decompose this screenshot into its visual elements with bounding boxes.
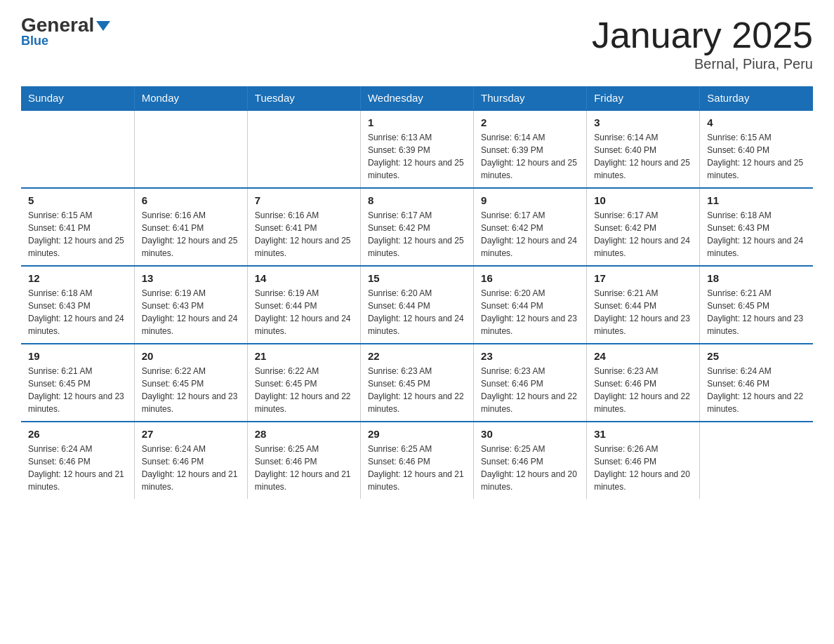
calendar-cell [134, 110, 247, 188]
day-info: Sunrise: 6:16 AM Sunset: 6:41 PM Dayligh… [255, 209, 353, 260]
day-number: 29 [368, 428, 466, 440]
calendar-cell: 17Sunrise: 6:21 AM Sunset: 6:44 PM Dayli… [587, 266, 700, 344]
calendar-header-row: SundayMondayTuesdayWednesdayThursdayFrid… [21, 86, 813, 110]
day-info: Sunrise: 6:13 AM Sunset: 6:39 PM Dayligh… [368, 131, 466, 182]
location-subtitle: Bernal, Piura, Peru [592, 56, 813, 72]
day-number: 19 [28, 350, 127, 362]
day-info: Sunrise: 6:17 AM Sunset: 6:42 PM Dayligh… [368, 209, 466, 260]
day-info: Sunrise: 6:25 AM Sunset: 6:46 PM Dayligh… [255, 443, 353, 493]
day-info: Sunrise: 6:20 AM Sunset: 6:44 PM Dayligh… [368, 287, 466, 337]
day-info: Sunrise: 6:17 AM Sunset: 6:42 PM Dayligh… [594, 209, 692, 260]
calendar-cell: 28Sunrise: 6:25 AM Sunset: 6:46 PM Dayli… [247, 422, 360, 499]
calendar-cell: 5Sunrise: 6:15 AM Sunset: 6:41 PM Daylig… [21, 188, 134, 266]
calendar-cell: 31Sunrise: 6:26 AM Sunset: 6:46 PM Dayli… [587, 422, 700, 499]
day-info: Sunrise: 6:21 AM Sunset: 6:45 PM Dayligh… [28, 365, 127, 415]
calendar-cell: 1Sunrise: 6:13 AM Sunset: 6:39 PM Daylig… [360, 110, 473, 188]
calendar-week-1: 5Sunrise: 6:15 AM Sunset: 6:41 PM Daylig… [21, 188, 813, 266]
day-info: Sunrise: 6:16 AM Sunset: 6:41 PM Dayligh… [142, 209, 240, 260]
calendar-cell: 30Sunrise: 6:25 AM Sunset: 6:46 PM Dayli… [474, 422, 587, 499]
calendar-cell [21, 110, 134, 188]
header-sunday: Sunday [21, 86, 134, 110]
month-title: January 2025 [592, 14, 813, 56]
calendar-cell: 21Sunrise: 6:22 AM Sunset: 6:45 PM Dayli… [247, 344, 360, 422]
day-number: 17 [594, 272, 692, 284]
title-area: January 2025 Bernal, Piura, Peru [592, 14, 813, 72]
calendar-cell: 10Sunrise: 6:17 AM Sunset: 6:42 PM Dayli… [587, 188, 700, 266]
calendar-week-4: 26Sunrise: 6:24 AM Sunset: 6:46 PM Dayli… [21, 422, 813, 499]
header-saturday: Saturday [700, 86, 813, 110]
header-thursday: Thursday [474, 86, 587, 110]
calendar-cell: 22Sunrise: 6:23 AM Sunset: 6:45 PM Dayli… [360, 344, 473, 422]
calendar-cell: 18Sunrise: 6:21 AM Sunset: 6:45 PM Dayli… [700, 266, 813, 344]
day-info: Sunrise: 6:14 AM Sunset: 6:39 PM Dayligh… [481, 131, 579, 182]
day-info: Sunrise: 6:24 AM Sunset: 6:46 PM Dayligh… [707, 365, 806, 415]
day-info: Sunrise: 6:17 AM Sunset: 6:42 PM Dayligh… [481, 209, 579, 260]
calendar-cell: 3Sunrise: 6:14 AM Sunset: 6:40 PM Daylig… [587, 110, 700, 188]
day-number: 31 [594, 428, 692, 440]
day-number: 22 [368, 350, 466, 362]
logo-blue-text: Blue [21, 34, 48, 48]
day-number: 28 [255, 428, 353, 440]
day-info: Sunrise: 6:18 AM Sunset: 6:43 PM Dayligh… [707, 209, 806, 260]
day-info: Sunrise: 6:19 AM Sunset: 6:44 PM Dayligh… [255, 287, 353, 337]
calendar-cell [247, 110, 360, 188]
day-number: 26 [28, 428, 127, 440]
day-number: 13 [142, 272, 240, 284]
calendar-cell: 14Sunrise: 6:19 AM Sunset: 6:44 PM Dayli… [247, 266, 360, 344]
calendar-cell [700, 422, 813, 499]
day-info: Sunrise: 6:26 AM Sunset: 6:46 PM Dayligh… [594, 443, 692, 493]
calendar-cell: 15Sunrise: 6:20 AM Sunset: 6:44 PM Dayli… [360, 266, 473, 344]
day-info: Sunrise: 6:23 AM Sunset: 6:46 PM Dayligh… [594, 365, 692, 415]
day-number: 2 [481, 116, 579, 128]
day-number: 10 [594, 194, 692, 206]
calendar-cell: 6Sunrise: 6:16 AM Sunset: 6:41 PM Daylig… [134, 188, 247, 266]
day-info: Sunrise: 6:20 AM Sunset: 6:44 PM Dayligh… [481, 287, 579, 337]
day-number: 30 [481, 428, 579, 440]
day-number: 15 [368, 272, 466, 284]
day-number: 8 [368, 194, 466, 206]
day-info: Sunrise: 6:18 AM Sunset: 6:43 PM Dayligh… [28, 287, 127, 337]
page-header: General Blue January 2025 Bernal, Piura,… [21, 14, 813, 72]
day-number: 21 [255, 350, 353, 362]
day-number: 7 [255, 194, 353, 206]
day-number: 11 [707, 194, 806, 206]
day-number: 3 [594, 116, 692, 128]
day-info: Sunrise: 6:21 AM Sunset: 6:45 PM Dayligh… [707, 287, 806, 337]
day-number: 24 [594, 350, 692, 362]
day-number: 20 [142, 350, 240, 362]
day-number: 1 [368, 116, 466, 128]
day-number: 16 [481, 272, 579, 284]
header-friday: Friday [587, 86, 700, 110]
calendar-cell: 8Sunrise: 6:17 AM Sunset: 6:42 PM Daylig… [360, 188, 473, 266]
day-number: 9 [481, 194, 579, 206]
calendar-cell: 19Sunrise: 6:21 AM Sunset: 6:45 PM Dayli… [21, 344, 134, 422]
day-number: 12 [28, 272, 127, 284]
day-number: 14 [255, 272, 353, 284]
day-number: 27 [142, 428, 240, 440]
day-number: 4 [707, 116, 806, 128]
day-info: Sunrise: 6:19 AM Sunset: 6:43 PM Dayligh… [142, 287, 240, 337]
calendar-cell: 16Sunrise: 6:20 AM Sunset: 6:44 PM Dayli… [474, 266, 587, 344]
day-info: Sunrise: 6:22 AM Sunset: 6:45 PM Dayligh… [142, 365, 240, 415]
calendar-cell: 9Sunrise: 6:17 AM Sunset: 6:42 PM Daylig… [474, 188, 587, 266]
day-info: Sunrise: 6:25 AM Sunset: 6:46 PM Dayligh… [368, 443, 466, 493]
logo: General Blue [21, 14, 110, 48]
calendar-cell: 26Sunrise: 6:24 AM Sunset: 6:46 PM Dayli… [21, 422, 134, 499]
header-wednesday: Wednesday [360, 86, 473, 110]
day-number: 6 [142, 194, 240, 206]
calendar-cell: 23Sunrise: 6:23 AM Sunset: 6:46 PM Dayli… [474, 344, 587, 422]
day-number: 25 [707, 350, 806, 362]
calendar-cell: 25Sunrise: 6:24 AM Sunset: 6:46 PM Dayli… [700, 344, 813, 422]
calendar-cell: 12Sunrise: 6:18 AM Sunset: 6:43 PM Dayli… [21, 266, 134, 344]
day-info: Sunrise: 6:15 AM Sunset: 6:41 PM Dayligh… [28, 209, 127, 260]
day-info: Sunrise: 6:23 AM Sunset: 6:45 PM Dayligh… [368, 365, 466, 415]
calendar-cell: 24Sunrise: 6:23 AM Sunset: 6:46 PM Dayli… [587, 344, 700, 422]
day-info: Sunrise: 6:14 AM Sunset: 6:40 PM Dayligh… [594, 131, 692, 182]
day-number: 5 [28, 194, 127, 206]
day-info: Sunrise: 6:15 AM Sunset: 6:40 PM Dayligh… [707, 131, 806, 182]
calendar-cell: 4Sunrise: 6:15 AM Sunset: 6:40 PM Daylig… [700, 110, 813, 188]
day-info: Sunrise: 6:24 AM Sunset: 6:46 PM Dayligh… [28, 443, 127, 493]
calendar-cell: 13Sunrise: 6:19 AM Sunset: 6:43 PM Dayli… [134, 266, 247, 344]
calendar-cell: 20Sunrise: 6:22 AM Sunset: 6:45 PM Dayli… [134, 344, 247, 422]
day-info: Sunrise: 6:24 AM Sunset: 6:46 PM Dayligh… [142, 443, 240, 493]
